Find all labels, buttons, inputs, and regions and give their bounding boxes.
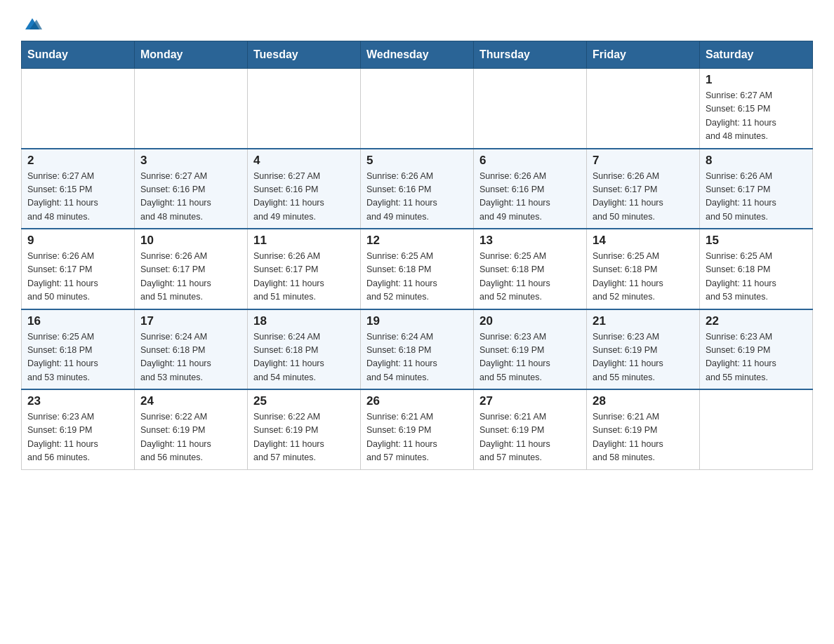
- week-row-2: 2Sunrise: 6:27 AM Sunset: 6:15 PM Daylig…: [22, 149, 813, 229]
- day-info: Sunrise: 6:26 AM Sunset: 6:17 PM Dayligh…: [706, 170, 807, 224]
- day-info: Sunrise: 6:25 AM Sunset: 6:18 PM Dayligh…: [27, 330, 128, 385]
- calendar-cell: [22, 69, 135, 149]
- calendar-cell: [700, 389, 813, 469]
- day-number: 26: [366, 394, 468, 408]
- day-info: Sunrise: 6:21 AM Sunset: 6:19 PM Dayligh…: [479, 410, 581, 465]
- day-number: 6: [479, 154, 581, 168]
- day-number: 10: [140, 234, 241, 248]
- day-number: 11: [253, 234, 355, 248]
- calendar-cell: 6Sunrise: 6:26 AM Sunset: 6:16 PM Daylig…: [474, 149, 587, 229]
- day-number: 24: [140, 394, 241, 408]
- day-info: Sunrise: 6:23 AM Sunset: 6:19 PM Dayligh…: [593, 330, 694, 385]
- day-number: 25: [253, 394, 355, 408]
- calendar-cell: 23Sunrise: 6:23 AM Sunset: 6:19 PM Dayli…: [22, 389, 135, 469]
- header-day-tuesday: Tuesday: [248, 41, 361, 69]
- week-row-3: 9Sunrise: 6:26 AM Sunset: 6:17 PM Daylig…: [22, 229, 813, 309]
- day-number: 23: [27, 394, 128, 408]
- day-info: Sunrise: 6:24 AM Sunset: 6:18 PM Dayligh…: [253, 330, 355, 385]
- day-info: Sunrise: 6:21 AM Sunset: 6:19 PM Dayligh…: [366, 410, 468, 465]
- day-number: 27: [479, 394, 581, 408]
- day-info: Sunrise: 6:26 AM Sunset: 6:17 PM Dayligh…: [27, 250, 128, 304]
- header-day-wednesday: Wednesday: [361, 41, 474, 69]
- day-info: Sunrise: 6:22 AM Sunset: 6:19 PM Dayligh…: [140, 410, 241, 465]
- day-info: Sunrise: 6:24 AM Sunset: 6:18 PM Dayligh…: [366, 330, 468, 385]
- day-info: Sunrise: 6:26 AM Sunset: 6:17 PM Dayligh…: [253, 250, 355, 304]
- day-number: 4: [253, 154, 355, 168]
- day-number: 2: [27, 154, 128, 168]
- calendar-cell: [361, 69, 474, 149]
- day-info: Sunrise: 6:25 AM Sunset: 6:18 PM Dayligh…: [593, 250, 694, 304]
- day-number: 15: [706, 234, 807, 248]
- calendar-cell: 8Sunrise: 6:26 AM Sunset: 6:17 PM Daylig…: [700, 149, 813, 229]
- week-row-4: 16Sunrise: 6:25 AM Sunset: 6:18 PM Dayli…: [22, 309, 813, 390]
- calendar-cell: [474, 69, 587, 149]
- day-number: 5: [366, 154, 468, 168]
- week-row-1: 1Sunrise: 6:27 AM Sunset: 6:15 PM Daylig…: [22, 69, 813, 149]
- day-number: 3: [140, 154, 241, 168]
- day-number: 16: [27, 314, 128, 328]
- day-number: 13: [479, 234, 581, 248]
- day-info: Sunrise: 6:22 AM Sunset: 6:19 PM Dayligh…: [253, 410, 355, 465]
- calendar-cell: [587, 69, 700, 149]
- day-info: Sunrise: 6:27 AM Sunset: 6:16 PM Dayligh…: [140, 170, 241, 224]
- week-row-5: 23Sunrise: 6:23 AM Sunset: 6:19 PM Dayli…: [22, 389, 813, 469]
- day-number: 21: [593, 314, 694, 328]
- day-info: Sunrise: 6:26 AM Sunset: 6:16 PM Dayligh…: [366, 170, 468, 224]
- day-number: 19: [366, 314, 468, 328]
- day-info: Sunrise: 6:25 AM Sunset: 6:18 PM Dayligh…: [706, 250, 807, 304]
- calendar-cell: 7Sunrise: 6:26 AM Sunset: 6:17 PM Daylig…: [587, 149, 700, 229]
- day-number: 8: [706, 154, 807, 168]
- calendar-cell: 16Sunrise: 6:25 AM Sunset: 6:18 PM Dayli…: [22, 309, 135, 390]
- day-info: Sunrise: 6:27 AM Sunset: 6:15 PM Dayligh…: [706, 89, 807, 144]
- page-header: [21, 14, 813, 34]
- day-info: Sunrise: 6:24 AM Sunset: 6:18 PM Dayligh…: [140, 330, 241, 385]
- day-info: Sunrise: 6:23 AM Sunset: 6:19 PM Dayligh…: [706, 330, 807, 385]
- day-number: 1: [706, 73, 807, 87]
- calendar-cell: 2Sunrise: 6:27 AM Sunset: 6:15 PM Daylig…: [22, 149, 135, 229]
- day-number: 9: [27, 234, 128, 248]
- day-info: Sunrise: 6:26 AM Sunset: 6:17 PM Dayligh…: [140, 250, 241, 304]
- header-day-saturday: Saturday: [700, 41, 813, 69]
- logo-icon: [22, 14, 42, 34]
- day-number: 22: [706, 314, 807, 328]
- day-info: Sunrise: 6:26 AM Sunset: 6:17 PM Dayligh…: [593, 170, 694, 224]
- calendar-cell: 21Sunrise: 6:23 AM Sunset: 6:19 PM Dayli…: [587, 309, 700, 390]
- calendar-cell: 27Sunrise: 6:21 AM Sunset: 6:19 PM Dayli…: [474, 389, 587, 469]
- day-number: 17: [140, 314, 241, 328]
- calendar-cell: 25Sunrise: 6:22 AM Sunset: 6:19 PM Dayli…: [248, 389, 361, 469]
- calendar-cell: 11Sunrise: 6:26 AM Sunset: 6:17 PM Dayli…: [248, 229, 361, 309]
- calendar-cell: 26Sunrise: 6:21 AM Sunset: 6:19 PM Dayli…: [361, 389, 474, 469]
- header-day-sunday: Sunday: [22, 41, 135, 69]
- calendar-body: 1Sunrise: 6:27 AM Sunset: 6:15 PM Daylig…: [22, 69, 813, 470]
- day-number: 7: [593, 154, 694, 168]
- calendar-header: SundayMondayTuesdayWednesdayThursdayFrid…: [22, 41, 813, 69]
- day-info: Sunrise: 6:23 AM Sunset: 6:19 PM Dayligh…: [479, 330, 581, 385]
- calendar-cell: 5Sunrise: 6:26 AM Sunset: 6:16 PM Daylig…: [361, 149, 474, 229]
- header-day-monday: Monday: [135, 41, 248, 69]
- calendar-cell: 15Sunrise: 6:25 AM Sunset: 6:18 PM Dayli…: [700, 229, 813, 309]
- calendar-cell: 28Sunrise: 6:21 AM Sunset: 6:19 PM Dayli…: [587, 389, 700, 469]
- calendar-cell: [135, 69, 248, 149]
- day-info: Sunrise: 6:23 AM Sunset: 6:19 PM Dayligh…: [27, 410, 128, 465]
- calendar-cell: 1Sunrise: 6:27 AM Sunset: 6:15 PM Daylig…: [700, 69, 813, 149]
- calendar-cell: 17Sunrise: 6:24 AM Sunset: 6:18 PM Dayli…: [135, 309, 248, 390]
- calendar-table: SundayMondayTuesdayWednesdayThursdayFrid…: [21, 41, 813, 470]
- header-day-thursday: Thursday: [474, 41, 587, 69]
- logo: [21, 14, 44, 34]
- day-info: Sunrise: 6:25 AM Sunset: 6:18 PM Dayligh…: [366, 250, 468, 304]
- header-row: SundayMondayTuesdayWednesdayThursdayFrid…: [22, 41, 813, 69]
- header-day-friday: Friday: [587, 41, 700, 69]
- calendar-cell: 22Sunrise: 6:23 AM Sunset: 6:19 PM Dayli…: [700, 309, 813, 390]
- day-info: Sunrise: 6:26 AM Sunset: 6:16 PM Dayligh…: [479, 170, 581, 224]
- calendar-cell: [248, 69, 361, 149]
- day-info: Sunrise: 6:27 AM Sunset: 6:16 PM Dayligh…: [253, 170, 355, 224]
- calendar-cell: 24Sunrise: 6:22 AM Sunset: 6:19 PM Dayli…: [135, 389, 248, 469]
- day-info: Sunrise: 6:21 AM Sunset: 6:19 PM Dayligh…: [593, 410, 694, 465]
- day-number: 12: [366, 234, 468, 248]
- day-number: 20: [479, 314, 581, 328]
- calendar-cell: 19Sunrise: 6:24 AM Sunset: 6:18 PM Dayli…: [361, 309, 474, 390]
- day-number: 14: [593, 234, 694, 248]
- calendar-cell: 18Sunrise: 6:24 AM Sunset: 6:18 PM Dayli…: [248, 309, 361, 390]
- day-number: 18: [253, 314, 355, 328]
- day-number: 28: [593, 394, 694, 408]
